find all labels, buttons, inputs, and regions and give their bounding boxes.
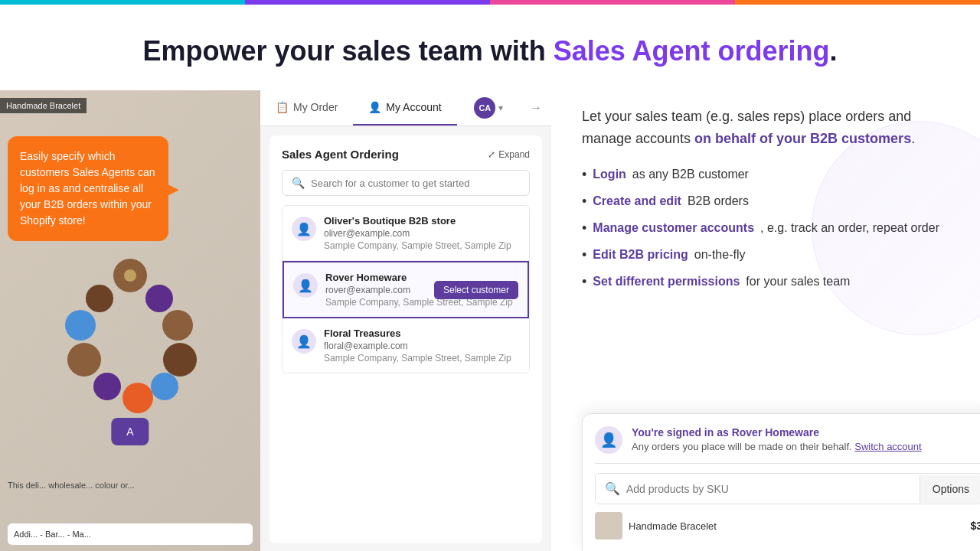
customer-avatar: 👤 (292, 217, 316, 241)
middle-panel: 📋 My Order 👤 My Account CA ▾ → Sales Age… (260, 90, 551, 551)
customer-icon: 👤 (298, 279, 313, 293)
customer-item[interactable]: 👤 Oliver's Boutique B2B store oliver@exa… (283, 206, 529, 261)
customer-info: Floral Treasures floral@example.com Samp… (324, 328, 520, 364)
customer-company: Sample Company, Sample Street, Sample Zi… (324, 353, 520, 364)
divider (595, 463, 980, 464)
page-header: Empower your sales team with Sales Agent… (0, 5, 980, 90)
switch-account-link[interactable]: Switch account (854, 441, 921, 452)
product-description: This deli... wholesale... colour or... (8, 480, 253, 491)
feature-link: Set different permissions (593, 272, 740, 291)
signed-in-subtitle: Any orders you place will be made on the… (632, 441, 980, 452)
tab-bar: 📋 My Order 👤 My Account CA ▾ → (260, 90, 551, 126)
chevron-down-icon: ▾ (498, 103, 503, 113)
svg-point-4 (93, 373, 121, 400)
background-decoration (812, 121, 980, 335)
svg-point-7 (163, 343, 197, 377)
feature-link: Login (593, 165, 626, 184)
tooltip-bubble: Easily specify which customers Sales Age… (8, 136, 168, 241)
customer-name: Oliver's Boutique B2B store (324, 215, 520, 227)
customer-email: floral@example.com (324, 341, 520, 351)
cart-area: A (111, 418, 149, 445)
account-icon: 👤 (368, 101, 381, 113)
signed-in-header: 👤 You're signed in as Rover Homeware Any… (595, 426, 980, 454)
expand-icon: ⤢ (488, 149, 495, 160)
signed-in-avatar: 👤 (595, 426, 622, 454)
svg-point-2 (65, 310, 96, 341)
customer-avatar: 👤 (293, 273, 318, 298)
customer-info: Oliver's Boutique B2B store oliver@examp… (324, 215, 520, 251)
customer-list: 👤 Oliver's Boutique B2B store oliver@exa… (282, 205, 530, 373)
customer-avatar: 👤 (292, 329, 316, 354)
expand-button[interactable]: ⤢ Expand (488, 149, 530, 160)
feature-link: Create and edit (593, 192, 681, 210)
feature-link: Manage customer accounts (593, 219, 754, 237)
svg-point-6 (151, 373, 178, 400)
customer-item-selected[interactable]: 👤 Rover Homeware rover@example.com Sampl… (283, 261, 529, 318)
tab-my-order[interactable]: 📋 My Order (260, 90, 353, 126)
customer-icon: 👤 (296, 334, 312, 349)
sku-search-icon: 🔍 (605, 481, 620, 496)
additional-info: Addi... - Bar... - Ma... (8, 523, 253, 545)
product-name: Handmade Bracelet (629, 520, 964, 532)
order-icon: 📋 (276, 101, 289, 113)
signed-in-card: 👤 You're signed in as Rover Homeware Any… (582, 413, 980, 551)
navigate-arrow[interactable]: → (521, 90, 551, 126)
customer-icon: 👤 (296, 222, 312, 236)
product-label: Handmade Bracelet (0, 98, 87, 113)
product-price: $3 (970, 520, 980, 532)
sku-row: 🔍 Options (595, 473, 980, 504)
signed-in-title: You're signed in as Rover Homeware (632, 426, 980, 439)
tab-my-account[interactable]: 👤 My Account (353, 90, 456, 126)
customer-item[interactable]: 👤 Floral Treasures floral@example.com Sa… (283, 318, 529, 373)
svg-point-9 (145, 285, 173, 312)
svg-point-5 (122, 383, 153, 413)
signed-in-icon: 👤 (600, 432, 617, 448)
svg-point-10 (124, 269, 136, 282)
customer-search-box[interactable]: 🔍 (282, 170, 530, 196)
customer-name: Floral Treasures (324, 328, 520, 339)
main-layout: Handmade Bracelet Easily specify which c… (0, 90, 980, 551)
right-panel: Let your sales team (e.g. sales reps) pl… (551, 90, 980, 551)
signed-in-text: You're signed in as Rover Homeware Any o… (632, 426, 980, 452)
select-customer-button[interactable]: Select customer (434, 281, 518, 299)
sao-header: Sales Agent Ordering ⤢ Expand (282, 148, 530, 161)
svg-point-8 (162, 310, 193, 341)
product-thumbnail (595, 512, 622, 540)
avatar-area[interactable]: CA ▾ (465, 90, 512, 126)
product-row: Handmade Bracelet $3 (595, 512, 980, 540)
user-avatar: CA (474, 97, 495, 119)
page-title: Empower your sales team with Sales Agent… (15, 35, 965, 67)
sao-container: Sales Agent Ordering ⤢ Expand 🔍 👤 (270, 135, 542, 543)
search-icon: 🔍 (292, 177, 305, 189)
left-panel: Handmade Bracelet Easily specify which c… (0, 90, 260, 551)
feature-link: Edit B2B pricing (593, 246, 688, 264)
svg-point-3 (67, 343, 101, 377)
sku-search[interactable]: 🔍 (596, 474, 920, 504)
customer-company: Sample Company, Sample Street, Sample Zi… (324, 240, 520, 251)
sku-input[interactable] (626, 483, 910, 495)
customer-email: oliver@example.com (324, 228, 520, 239)
options-button[interactable]: Options (920, 475, 980, 503)
sao-title: Sales Agent Ordering (282, 148, 399, 161)
add-to-cart-button[interactable]: A (111, 418, 149, 445)
customer-search-input[interactable] (311, 178, 520, 189)
svg-point-1 (86, 285, 113, 312)
